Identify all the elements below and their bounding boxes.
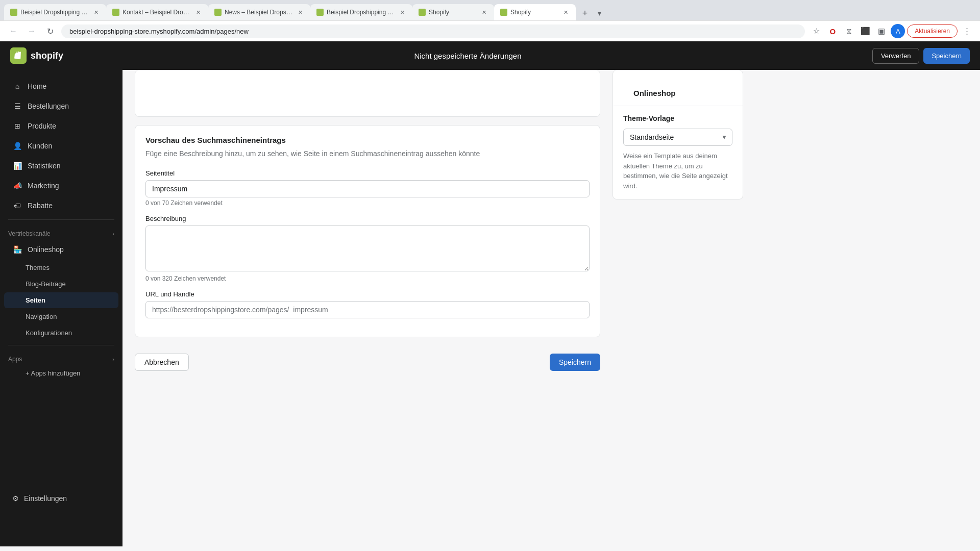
opera-icon[interactable]: O — [825, 24, 840, 38]
tab-6[interactable]: Shopify ✕ — [494, 4, 576, 20]
center-panel: Vorschau des Suchmaschineneintrags Füge … — [122, 70, 612, 546]
sidebar-item-marketing[interactable]: 📣 Marketing — [4, 176, 118, 195]
top-bar-actions: Verwerfen Speichern — [872, 48, 970, 64]
top-bar: shopify Nicht gespeicherte Änderungen Ve… — [0, 41, 980, 70]
theme-template-label: Theme-Vorlage — [623, 114, 732, 122]
sidebar-label-home: Home — [28, 82, 46, 90]
onlineshop-icon: 🏪 — [12, 244, 22, 255]
tab-favicon-6 — [500, 9, 507, 16]
apps-section-label: Apps › — [0, 349, 122, 365]
products-icon: ⊞ — [12, 121, 22, 131]
marketing-icon: 📣 — [12, 181, 22, 191]
sidebar-item-statistics[interactable]: 📊 Statistiken — [4, 156, 118, 176]
discard-button[interactable]: Verwerfen — [872, 48, 920, 64]
browser-chrome: Beispiel Dropshipping Stor... ✕ Kontakt … — [0, 0, 980, 41]
sales-channels-chevron[interactable]: › — [112, 231, 114, 237]
bookmark-icon[interactable]: ☆ — [809, 24, 823, 38]
onlineshop-header: Onlineshop — [623, 79, 732, 97]
url-label: URL und Handle — [145, 290, 590, 298]
tab-favicon-5 — [419, 9, 426, 16]
url-input-wrapper — [145, 301, 590, 318]
description-textarea[interactable] — [145, 226, 590, 271]
sidebar-subitem-navigation[interactable]: Navigation — [4, 309, 118, 324]
unsaved-changes-label: Nicht gespeicherte Änderungen — [63, 52, 872, 60]
seo-preview-card: Vorschau des Suchmaschineneintrags Füge … — [135, 125, 600, 337]
sidebar-item-home[interactable]: ⌂ Home — [4, 77, 118, 96]
new-tab-button[interactable]: + — [578, 6, 592, 20]
tab-4[interactable]: Beispiel Dropshipping Stor... ✕ — [310, 4, 412, 20]
sidebar-item-orders[interactable]: ☰ Bestellungen — [4, 96, 118, 116]
settings-icon: ⚙ — [12, 494, 19, 503]
tab-close-2[interactable]: ✕ — [194, 8, 202, 16]
seo-desc: Füge eine Beschreibung hinzu, um zu sehe… — [145, 148, 590, 159]
wallet-icon[interactable]: ▣ — [874, 24, 889, 38]
bottom-actions: Abbrechen Speichern — [135, 345, 600, 379]
seo-title: Vorschau des Suchmaschineneintrags — [145, 136, 590, 144]
sidebar-label-discounts: Rabatte — [28, 202, 53, 210]
sidebar-label-onlineshop: Onlineshop — [28, 245, 64, 254]
page-title-input[interactable] — [145, 180, 590, 197]
tab-favicon-3 — [214, 9, 222, 16]
browser-tabs: Beispiel Dropshipping Stor... ✕ Kontakt … — [0, 0, 980, 20]
sidebar-item-onlineshop[interactable]: 🏪 Onlineshop — [4, 240, 118, 259]
tab-favicon-4 — [316, 9, 324, 16]
toolbar-actions: ☆ O ⧖ ⬛ ▣ A Aktualisieren ⋮ — [809, 24, 974, 38]
save-button-top[interactable]: Speichern — [923, 48, 970, 64]
sidebar-footer: ⚙ Einstellungen — [0, 484, 122, 513]
sidebar-item-customers[interactable]: 👤 Kunden — [4, 136, 118, 156]
sidebar-subitem-blog[interactable]: Blog-Beiträge — [4, 276, 118, 292]
add-apps-label: + Apps hinzufügen — [26, 369, 80, 377]
browser-toolbar: ← → ↻ beispiel-dropshipping-store.myshop… — [0, 20, 980, 41]
sidebar-add-apps[interactable]: + Apps hinzufügen — [4, 365, 118, 381]
address-bar[interactable]: beispiel-dropshipping-store.myshopify.co… — [61, 24, 805, 38]
home-icon: ⌂ — [12, 81, 22, 91]
tab-close-5[interactable]: ✕ — [480, 8, 488, 16]
theme-template-select[interactable]: Standardseite — [623, 129, 732, 146]
sidebar-item-products[interactable]: ⊞ Produkte — [4, 116, 118, 136]
save-button-bottom[interactable]: Speichern — [550, 354, 600, 371]
tab-title-4: Beispiel Dropshipping Stor... — [327, 9, 395, 16]
sales-channels-label: Vertriebskanäle › — [0, 224, 122, 239]
tab-close-1[interactable]: ✕ — [92, 8, 100, 16]
sidebar-item-discounts[interactable]: 🏷 Rabatte — [4, 196, 118, 215]
tabs-chevron[interactable]: ▾ — [592, 6, 606, 20]
forward-button[interactable]: → — [24, 24, 39, 38]
theme-select-wrapper: Standardseite ▼ — [623, 129, 732, 146]
page-title-char-count: 0 von 70 Zeichen verwendet — [145, 199, 590, 207]
shopify-logo-icon — [10, 47, 27, 64]
tab-2[interactable]: Kontakt – Beispiel Dropshi... ✕ — [106, 4, 208, 20]
cancel-button[interactable]: Abbrechen — [135, 354, 189, 371]
profile-avatar[interactable]: A — [891, 24, 905, 38]
tab-close-4[interactable]: ✕ — [398, 8, 406, 16]
apps-chevron[interactable]: › — [112, 356, 114, 362]
sidebar-subitem-configurations[interactable]: Konfigurationen — [4, 325, 118, 341]
menu-icon[interactable]: ⋮ — [960, 24, 974, 38]
tab-favicon-2 — [112, 9, 119, 16]
tab-3[interactable]: News – Beispiel Dropshipp... ✕ — [208, 4, 310, 20]
tab-close-3[interactable]: ✕ — [296, 8, 304, 16]
tab-title-2: Kontakt – Beispiel Dropshi... — [122, 9, 191, 16]
tab-close-6[interactable]: ✕ — [561, 8, 570, 16]
tab-title-6: Shopify — [510, 9, 558, 16]
update-button[interactable]: Aktualisieren — [907, 24, 958, 38]
sidebar-label-statistics: Statistiken — [28, 162, 61, 170]
description-char-count: 0 von 320 Zeichen verwendet — [145, 275, 590, 282]
tab-title-5: Shopify — [429, 9, 477, 16]
main-content: Vorschau des Suchmaschineneintrags Füge … — [122, 70, 980, 546]
screenshot-icon[interactable]: ⬛ — [858, 24, 872, 38]
tab-1[interactable]: Beispiel Dropshipping Stor... ✕ — [4, 4, 106, 20]
tab-title-3: News – Beispiel Dropshipp... — [225, 9, 293, 16]
shopify-logo: shopify — [10, 47, 63, 64]
extensions-icon[interactable]: ⧖ — [842, 24, 856, 38]
tab-5[interactable]: Shopify ✕ — [412, 4, 494, 20]
back-button[interactable]: ← — [6, 24, 20, 38]
sidebar-item-settings[interactable]: ⚙ Einstellungen — [4, 490, 118, 507]
sidebar-subitem-themes[interactable]: Themes — [4, 260, 118, 276]
reload-button[interactable]: ↻ — [43, 24, 57, 38]
url-input[interactable] — [145, 301, 590, 318]
theme-template-section: Theme-Vorlage Standardseite ▼ Weise ein … — [613, 106, 743, 199]
top-card — [135, 70, 600, 117]
sidebar-subitem-pages[interactable]: Seiten — [4, 292, 118, 308]
sidebar: ⌂ Home ☰ Bestellungen ⊞ Produkte 👤 Kunde… — [0, 70, 122, 546]
address-text: beispiel-dropshipping-store.myshopify.co… — [69, 28, 249, 35]
